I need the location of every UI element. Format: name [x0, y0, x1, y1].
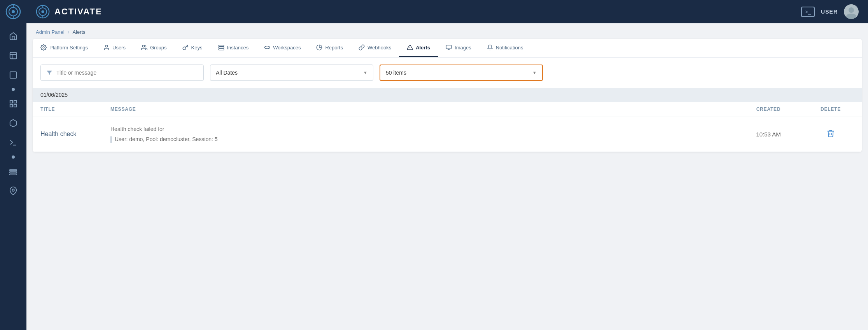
- message-bar: [110, 136, 112, 143]
- svg-rect-12: [10, 169, 17, 171]
- tab-instances[interactable]: Instances: [210, 39, 257, 57]
- brand: ACTIVATE: [36, 5, 102, 19]
- brand-name: ACTIVATE: [54, 7, 102, 17]
- svg-rect-8: [14, 101, 16, 103]
- svg-rect-6: [10, 72, 17, 79]
- terminal-button[interactable]: >_: [801, 7, 815, 17]
- sidebar-item-home[interactable]: [4, 27, 23, 45]
- svg-rect-32: [446, 45, 451, 49]
- col-message: MESSAGE: [110, 107, 730, 112]
- delete-button[interactable]: [826, 129, 835, 139]
- svg-point-25: [142, 45, 144, 47]
- svg-point-23: [43, 47, 44, 48]
- sidebar-item-box[interactable]: [4, 114, 23, 132]
- avatar: [844, 4, 859, 19]
- main-area: ACTIVATE >_ USER Admin Panel › Alerts Pl…: [26, 0, 868, 330]
- breadcrumb-separator: ›: [68, 29, 70, 35]
- content-area: Admin Panel › Alerts Platform Settings U…: [26, 23, 868, 330]
- svg-rect-13: [10, 172, 17, 173]
- table-header: TITLE MESSAGE CREATED DELETE: [33, 102, 862, 117]
- tab-users[interactable]: Users: [96, 39, 133, 57]
- svg-point-2: [12, 10, 15, 13]
- tab-workspaces-label: Workspaces: [273, 45, 301, 51]
- filter-row: All Dates ▼ 50 items ▼: [33, 58, 862, 88]
- alert-delete-cell: [807, 129, 854, 139]
- sidebar-dot-2: [12, 155, 15, 159]
- date-group-label: 01/06/2025: [40, 92, 68, 98]
- items-filter[interactable]: 50 items ▼: [380, 65, 543, 81]
- sidebar-nav: [0, 23, 26, 200]
- sidebar-logo: [0, 0, 26, 23]
- tab-keys-label: Keys: [191, 45, 203, 51]
- tab-platform-settings[interactable]: Platform Settings: [33, 39, 96, 57]
- tab-images-label: Images: [455, 45, 471, 51]
- tab-webhooks[interactable]: Webhooks: [351, 39, 399, 57]
- svg-rect-28: [219, 49, 224, 50]
- alert-created-time: 10:53 AM: [730, 131, 807, 138]
- tab-reports[interactable]: Reports: [308, 39, 351, 57]
- tab-notifications-label: Notifications: [496, 45, 523, 51]
- svg-rect-7: [10, 101, 12, 103]
- tab-alerts[interactable]: Alerts: [399, 39, 438, 57]
- date-group-header: 01/06/2025: [33, 88, 862, 102]
- search-input[interactable]: [56, 70, 198, 76]
- svg-rect-27: [219, 47, 224, 48]
- alert-title: Health check: [40, 131, 110, 138]
- tab-groups[interactable]: Groups: [133, 39, 175, 57]
- tab-reports-label: Reports: [325, 45, 343, 51]
- col-delete: DELETE: [807, 107, 854, 112]
- sidebar-item-location[interactable]: [4, 182, 23, 200]
- items-filter-caret: ▼: [532, 70, 537, 75]
- sidebar-item-inbox[interactable]: [4, 47, 23, 65]
- svg-point-15: [12, 189, 14, 191]
- top-right: >_ USER: [801, 4, 859, 19]
- tab-notifications[interactable]: Notifications: [479, 39, 531, 57]
- sidebar: [0, 0, 26, 330]
- admin-card: Platform Settings Users Groups Keys Inst: [33, 39, 862, 152]
- svg-rect-26: [219, 45, 224, 46]
- svg-rect-9: [10, 105, 12, 107]
- sidebar-item-grid[interactable]: [4, 95, 23, 113]
- col-created: CREATED: [730, 107, 807, 112]
- svg-point-18: [41, 10, 44, 13]
- breadcrumb-current: Alerts: [72, 29, 85, 35]
- sidebar-item-terminal[interactable]: [4, 134, 23, 152]
- tab-keys[interactable]: Keys: [175, 39, 210, 57]
- svg-rect-14: [10, 174, 17, 175]
- alert-message: Health check failed for User: demo, Pool…: [110, 125, 730, 144]
- tab-users-label: Users: [112, 45, 126, 51]
- alert-message-line1: Health check failed for: [110, 125, 730, 133]
- svg-rect-10: [14, 105, 16, 107]
- tab-groups-label: Groups: [150, 45, 167, 51]
- svg-rect-5: [10, 52, 17, 59]
- alert-message-line2-wrapper: User: demo, Pool: democluster, Session: …: [110, 135, 730, 143]
- tab-webhooks-label: Webhooks: [368, 45, 391, 51]
- alert-message-line2: User: demo, Pool: democluster, Session: …: [115, 135, 218, 143]
- date-filter-value: All Dates: [216, 70, 238, 76]
- col-title: TITLE: [40, 107, 110, 112]
- items-filter-value: 50 items: [386, 70, 406, 76]
- tabs-bar: Platform Settings Users Groups Keys Inst: [33, 39, 862, 58]
- breadcrumb-parent[interactable]: Admin Panel: [36, 29, 65, 35]
- table-row: Health check Health check failed for Use…: [33, 117, 862, 152]
- sidebar-item-square[interactable]: [4, 66, 23, 84]
- tab-images[interactable]: Images: [438, 39, 479, 57]
- user-label: USER: [821, 9, 838, 15]
- tab-workspaces[interactable]: Workspaces: [256, 39, 308, 57]
- date-filter[interactable]: All Dates ▼: [210, 65, 373, 81]
- svg-point-21: [849, 7, 854, 13]
- search-box[interactable]: [40, 65, 204, 81]
- filter-icon: [46, 70, 52, 76]
- tab-instances-label: Instances: [227, 45, 249, 51]
- tab-alerts-label: Alerts: [416, 45, 430, 51]
- svg-point-22: [846, 14, 856, 19]
- tab-platform-settings-label: Platform Settings: [49, 45, 88, 51]
- svg-point-24: [105, 45, 107, 47]
- breadcrumb: Admin Panel › Alerts: [26, 23, 868, 39]
- top-navbar: ACTIVATE >_ USER: [26, 0, 868, 23]
- sidebar-dot-1: [12, 88, 15, 91]
- sidebar-item-layers[interactable]: [4, 162, 23, 180]
- date-filter-caret: ▼: [363, 70, 368, 75]
